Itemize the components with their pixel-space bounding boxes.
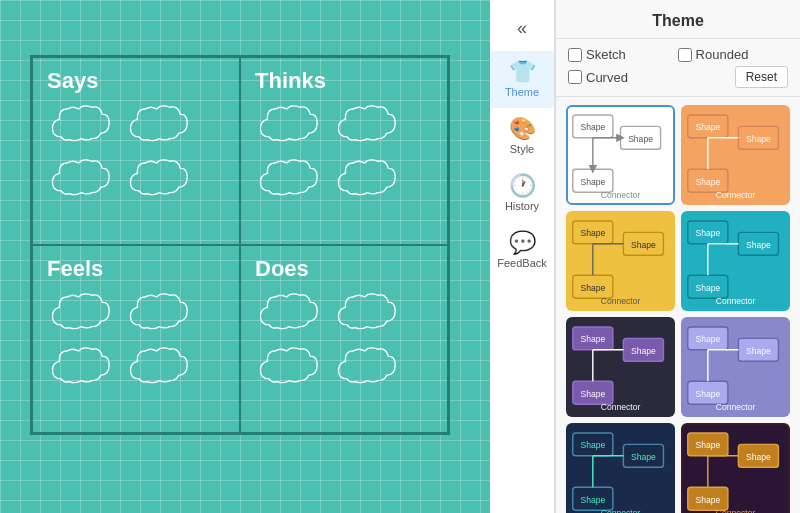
quadrant-does: Does [240, 245, 448, 433]
sidebar: « 👕 Theme 🎨 Style 🕐 History 💬 FeedBack [490, 0, 555, 513]
svg-text:Shape: Shape [746, 134, 771, 144]
does-title: Does [255, 256, 309, 282]
svg-text:Connector: Connector [601, 296, 641, 306]
curved-checkbox[interactable] [568, 70, 582, 84]
says-clouds [47, 102, 225, 204]
theme-preview-yellow: Shape Shape Shape Connector [568, 213, 673, 309]
rounded-option[interactable]: Rounded [678, 47, 784, 62]
svg-text:Connector: Connector [716, 190, 756, 200]
cloud-icon [47, 156, 119, 204]
theme-grid: Shape Shape Shape Connector Shape Shape … [556, 97, 800, 513]
cloud-icon [255, 156, 327, 204]
sidebar-item-history[interactable]: 🕐 History [490, 165, 554, 222]
curved-label: Curved [586, 70, 628, 85]
theme-card-purple[interactable]: Shape Shape Shape Connector [681, 317, 790, 417]
panel-title: Theme [556, 0, 800, 39]
svg-text:Shape: Shape [695, 440, 720, 450]
empathy-map: Says Thinks Feels [30, 55, 450, 435]
theme-card-dark[interactable]: Shape Shape Shape Connector [566, 317, 675, 417]
svg-text:Shape: Shape [695, 389, 720, 399]
reset-button[interactable]: Reset [735, 66, 788, 88]
svg-text:Shape: Shape [695, 177, 720, 187]
style-icon: 🎨 [509, 118, 536, 140]
svg-text:Shape: Shape [746, 240, 771, 250]
cloud-icon [125, 344, 197, 392]
says-title: Says [47, 68, 98, 94]
sidebar-item-style[interactable]: 🎨 Style [490, 108, 554, 165]
svg-text:Connector: Connector [716, 508, 756, 513]
theme-preview-default: Shape Shape Shape Connector [568, 107, 673, 203]
theme-card-teal[interactable]: Shape Shape Shape Connector [681, 211, 790, 311]
cloud-icon [333, 156, 405, 204]
svg-text:Shape: Shape [580, 495, 605, 505]
svg-text:Shape: Shape [695, 122, 720, 132]
right-panel: Theme Sketch Rounded Curved Reset Shape … [555, 0, 800, 513]
svg-text:Shape: Shape [580, 122, 605, 132]
svg-text:Shape: Shape [695, 228, 720, 238]
cloud-icon [255, 344, 327, 392]
theme-preview-orange: Shape Shape Shape Connector [683, 107, 788, 203]
theme-preview-navy: Shape Shape Shape Connector [568, 425, 673, 513]
sketch-label: Sketch [586, 47, 626, 62]
cloud-icon [47, 290, 119, 338]
sidebar-item-label: FeedBack [497, 257, 547, 269]
cloud-icon [125, 290, 197, 338]
sidebar-item-label: Theme [505, 86, 539, 98]
theme-preview-purple: Shape Shape Shape Connector [683, 319, 788, 415]
svg-text:Shape: Shape [631, 452, 656, 462]
cloud-icon [47, 102, 119, 150]
sketch-option[interactable]: Sketch [568, 47, 674, 62]
cloud-icon [333, 344, 405, 392]
theme-card-navy[interactable]: Shape Shape Shape Connector [566, 423, 675, 513]
svg-text:Shape: Shape [695, 283, 720, 293]
sidebar-item-label: Style [510, 143, 534, 155]
cloud-icon [47, 344, 119, 392]
theme-card-yellow[interactable]: Shape Shape Shape Connector [566, 211, 675, 311]
svg-text:Shape: Shape [580, 228, 605, 238]
svg-text:Shape: Shape [746, 346, 771, 356]
cloud-icon [125, 156, 197, 204]
feels-clouds [47, 290, 225, 392]
sidebar-item-feedback[interactable]: 💬 FeedBack [490, 222, 554, 279]
does-clouds [255, 290, 433, 392]
collapse-button[interactable]: « [490, 10, 554, 51]
feedback-icon: 💬 [509, 232, 536, 254]
canvas: Says Thinks Feels [0, 0, 490, 513]
cloud-icon [333, 290, 405, 338]
thinks-title: Thinks [255, 68, 326, 94]
svg-text:Shape: Shape [580, 177, 605, 187]
sidebar-item-label: History [505, 200, 539, 212]
curved-option[interactable]: Curved [568, 70, 674, 85]
svg-text:Shape: Shape [695, 334, 720, 344]
theme-preview-teal: Shape Shape Shape Connector [683, 213, 788, 309]
theme-card-dark-orange[interactable]: Shape Shape Shape Connector [681, 423, 790, 513]
svg-text:Shape: Shape [580, 283, 605, 293]
theme-preview-dark-orange: Shape Shape Shape Connector [683, 425, 788, 513]
svg-text:Connector: Connector [716, 402, 756, 412]
feels-title: Feels [47, 256, 103, 282]
cloud-icon [255, 290, 327, 338]
theme-preview-dark: Shape Shape Shape Connector [568, 319, 673, 415]
sketch-checkbox[interactable] [568, 48, 582, 62]
history-icon: 🕐 [509, 175, 536, 197]
theme-card-default[interactable]: Shape Shape Shape Connector [566, 105, 675, 205]
svg-text:Shape: Shape [628, 134, 653, 144]
theme-card-orange[interactable]: Shape Shape Shape Connector [681, 105, 790, 205]
svg-text:Shape: Shape [695, 495, 720, 505]
cloud-icon [125, 102, 197, 150]
quadrant-feels: Feels [32, 245, 240, 433]
sidebar-item-theme[interactable]: 👕 Theme [490, 51, 554, 108]
thinks-clouds [255, 102, 433, 204]
svg-text:Shape: Shape [580, 334, 605, 344]
cloud-icon [333, 102, 405, 150]
rounded-checkbox[interactable] [678, 48, 692, 62]
theme-icon: 👕 [509, 61, 536, 83]
quadrant-says: Says [32, 57, 240, 245]
quadrant-thinks: Thinks [240, 57, 448, 245]
svg-text:Connector: Connector [601, 190, 641, 200]
svg-text:Connector: Connector [716, 296, 756, 306]
svg-text:Connector: Connector [601, 508, 641, 513]
theme-options: Sketch Rounded Curved Reset [556, 39, 800, 97]
svg-text:Shape: Shape [746, 452, 771, 462]
svg-text:Connector: Connector [601, 402, 641, 412]
